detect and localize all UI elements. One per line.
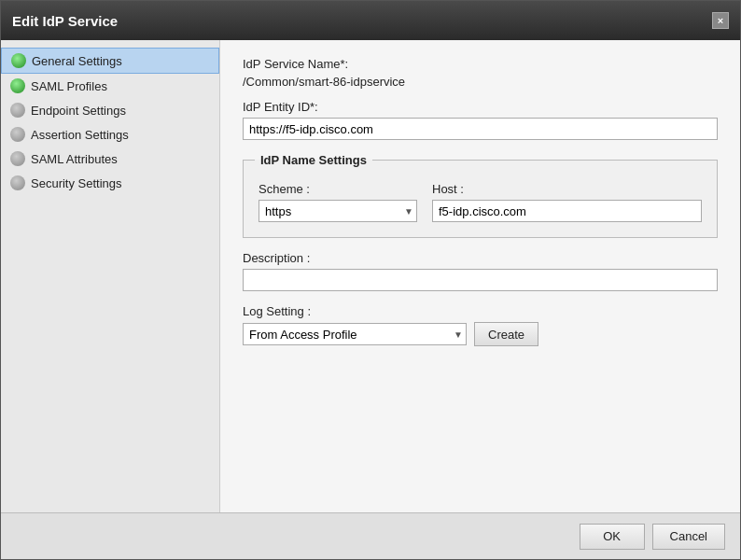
cancel-button[interactable]: Cancel bbox=[652, 524, 725, 550]
sidebar-item-endpoint-settings[interactable]: Endpoint Settings bbox=[1, 98, 219, 122]
ok-button[interactable]: OK bbox=[580, 524, 645, 550]
create-button[interactable]: Create bbox=[474, 322, 538, 346]
scheme-label: Scheme : bbox=[259, 182, 417, 196]
sidebar: General Settings SAML Profiles Endpoint … bbox=[1, 40, 220, 512]
entity-id-input[interactable] bbox=[243, 118, 718, 140]
dialog-title: Edit IdP Service bbox=[12, 13, 118, 29]
scheme-select-wrapper: https http ▼ bbox=[259, 200, 417, 222]
sidebar-item-label: SAML Attributes bbox=[31, 152, 118, 166]
sidebar-item-label: General Settings bbox=[32, 54, 122, 68]
description-input[interactable] bbox=[243, 269, 718, 291]
sidebar-item-assertion-settings[interactable]: Assertion Settings bbox=[1, 122, 219, 147]
dialog-titlebar: Edit IdP Service × bbox=[1, 1, 740, 40]
sidebar-item-saml-profiles[interactable]: SAML Profiles bbox=[1, 74, 219, 98]
host-label: Host : bbox=[432, 182, 702, 196]
sidebar-item-label: SAML Profiles bbox=[31, 79, 107, 93]
edit-idp-dialog: Edit IdP Service × General Settings SAML… bbox=[0, 0, 741, 560]
service-name-label: IdP Service Name*: bbox=[243, 57, 718, 71]
host-input[interactable] bbox=[432, 200, 702, 222]
scheme-field: Scheme : https http ▼ bbox=[259, 182, 417, 222]
log-setting-row: From Access Profile None ▼ Create bbox=[243, 322, 718, 346]
close-button[interactable]: × bbox=[712, 12, 729, 29]
endpoint-settings-icon bbox=[10, 103, 25, 118]
sidebar-item-label: Assertion Settings bbox=[31, 128, 129, 142]
log-select-wrapper: From Access Profile None ▼ bbox=[243, 323, 467, 345]
idp-name-settings-group: IdP Name Settings Scheme : https http ▼ bbox=[243, 153, 718, 238]
sidebar-item-label: Endpoint Settings bbox=[31, 104, 126, 118]
sidebar-item-general-settings[interactable]: General Settings bbox=[1, 48, 219, 74]
dialog-body: General Settings SAML Profiles Endpoint … bbox=[1, 40, 740, 512]
description-label: Description : bbox=[243, 251, 718, 265]
saml-attributes-icon bbox=[10, 151, 25, 166]
log-setting-label: Log Setting : bbox=[243, 304, 718, 318]
sidebar-item-security-settings[interactable]: Security Settings bbox=[1, 171, 219, 195]
sidebar-item-saml-attributes[interactable]: SAML Attributes bbox=[1, 147, 219, 171]
dialog-footer: OK Cancel bbox=[1, 512, 740, 559]
sidebar-item-label: Security Settings bbox=[31, 176, 122, 190]
security-settings-icon bbox=[10, 175, 25, 190]
log-setting-select[interactable]: From Access Profile None bbox=[243, 323, 467, 345]
entity-id-label: IdP Entity ID*: bbox=[243, 100, 718, 114]
assertion-settings-icon bbox=[10, 127, 25, 142]
main-content: IdP Service Name*: /Common/smart-86-idps… bbox=[220, 40, 740, 512]
service-name-value: /Common/smart-86-idpservice bbox=[243, 75, 718, 89]
host-field: Host : bbox=[432, 182, 702, 222]
general-settings-icon bbox=[11, 53, 26, 68]
saml-profiles-icon bbox=[10, 78, 25, 93]
scheme-select[interactable]: https http bbox=[259, 200, 417, 222]
scheme-host-row: Scheme : https http ▼ Host : bbox=[259, 182, 702, 222]
idp-name-settings-legend: IdP Name Settings bbox=[255, 153, 372, 167]
